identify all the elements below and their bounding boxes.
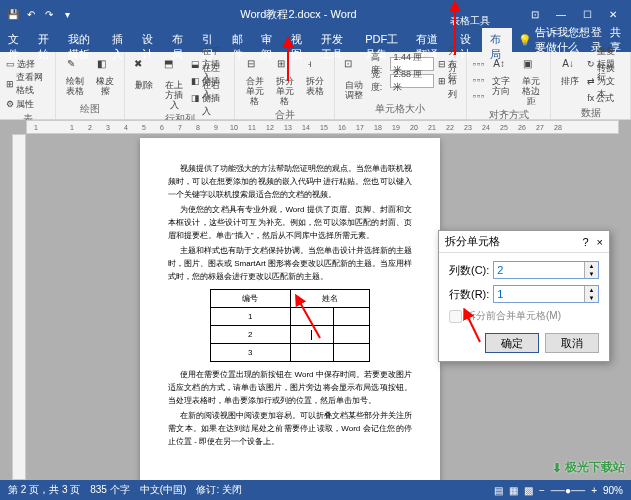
table-cell[interactable] (333, 326, 369, 344)
ribbon-options-icon[interactable]: ⊡ (523, 4, 547, 24)
align-bc[interactable]: ▫ (477, 91, 480, 101)
split-cells-button[interactable]: ⊞拆分单元格 (272, 56, 298, 108)
sort-icon: A↓ (562, 58, 578, 74)
table-header[interactable]: 姓名 (290, 290, 370, 308)
merge-cells-button[interactable]: ⊟合并单元格 (241, 56, 267, 108)
align-mr[interactable]: ▫ (481, 75, 484, 85)
tab-developer[interactable]: 开发工具 (313, 28, 357, 52)
tab-design[interactable]: 设计 (134, 28, 164, 52)
tab-table-layout[interactable]: 布局 (482, 28, 512, 52)
zoom-level[interactable]: 90% (603, 485, 623, 496)
rows-label: 行数(R): (449, 287, 489, 302)
zoom-out-icon[interactable]: − (539, 485, 545, 496)
document-page[interactable]: 视频提供了功能强大的方法帮助您证明您的观点。当您单击联机视频时，可以在想要添加的… (140, 138, 440, 480)
delete-button[interactable]: ✖删除 (131, 56, 157, 92)
convert-text-button[interactable]: ⇄ 转换为文本 (587, 73, 624, 89)
merge-before-checkbox (449, 310, 462, 323)
zoom-slider[interactable]: ──●── (551, 485, 585, 496)
dialog-close-icon[interactable]: × (597, 236, 603, 248)
document-table[interactable]: 编号姓名 1 2 3 (210, 289, 370, 362)
table-cell[interactable] (290, 308, 333, 326)
status-lang[interactable]: 中文(中国) (140, 483, 187, 497)
view-read-icon[interactable]: ▤ (494, 485, 503, 496)
columns-input[interactable] (494, 262, 584, 278)
spin-up-icon[interactable]: ▲ (585, 262, 598, 270)
align-tc[interactable]: ▫ (477, 59, 480, 69)
table-cell[interactable] (290, 344, 333, 362)
maximize-icon[interactable]: ☐ (575, 4, 599, 24)
spin-down-icon[interactable]: ▼ (585, 270, 598, 278)
align-tr[interactable]: ▫ (481, 59, 484, 69)
view-gridlines-button[interactable]: ⊞ 查看网格线 (6, 76, 49, 92)
table-cell[interactable]: 2 (211, 326, 291, 344)
rows-input[interactable] (494, 286, 584, 302)
insert-right-button[interactable]: ◨ 在右侧插入 (191, 90, 228, 106)
table-header[interactable]: 编号 (211, 290, 291, 308)
spin-up-icon[interactable]: ▲ (585, 286, 598, 294)
autofit-button[interactable]: ⊡自动调整 (341, 56, 367, 102)
horizontal-ruler[interactable]: 1123456789101112131415161718192021222324… (26, 120, 619, 134)
distribute-cols-button[interactable]: ⊞ 分布列 (438, 73, 459, 89)
paragraph[interactable]: 视频提供了功能强大的方法帮助您证明您的观点。当您单击联机视频时，可以在想要添加的… (168, 162, 412, 201)
status-track[interactable]: 修订: 关闭 (196, 483, 242, 497)
save-icon[interactable]: 💾 (6, 7, 20, 21)
paragraph[interactable]: 主题和样式也有助于文档保持协调。当您单击设计并选择新的主题时，图片、图表或 Sm… (168, 244, 412, 283)
select-button[interactable]: ▭ 选择 (6, 56, 35, 72)
vertical-ruler[interactable] (12, 134, 26, 480)
tab-layout[interactable]: 布局 (164, 28, 194, 52)
formula-button[interactable]: fx 公式 (587, 90, 624, 106)
table-cell[interactable]: 1 (211, 308, 291, 326)
status-page[interactable]: 第 2 页，共 3 页 (8, 483, 80, 497)
view-print-icon[interactable]: ▦ (509, 485, 518, 496)
draw-table-button[interactable]: ✎绘制表格 (62, 56, 88, 98)
tab-home[interactable]: 开始 (30, 28, 60, 52)
cell-margins-button[interactable]: ▣单元格边距 (518, 56, 544, 108)
tab-file[interactable]: 文件 (0, 28, 30, 52)
columns-spinner[interactable]: ▲▼ (493, 261, 599, 279)
text-dir-icon: A↕ (493, 58, 509, 74)
table-cell[interactable] (333, 344, 369, 362)
qat-more-icon[interactable]: ▾ (60, 7, 74, 21)
tab-templates[interactable]: 我的模板 (60, 28, 104, 52)
align-br[interactable]: ▫ (481, 91, 484, 101)
align-tl[interactable]: ▫ (473, 59, 476, 69)
properties-button[interactable]: ⚙ 属性 (6, 96, 34, 112)
tab-review[interactable]: 审阅 (253, 28, 283, 52)
split-icon: ⊞ (277, 58, 293, 74)
redo-icon[interactable]: ↷ (42, 7, 56, 21)
autofit-icon: ⊡ (344, 58, 364, 78)
rows-spinner[interactable]: ▲▼ (493, 285, 599, 303)
insert-above-icon: ⬒ (164, 58, 184, 78)
sort-button[interactable]: A↓排序 (557, 56, 583, 88)
undo-icon[interactable]: ↶ (24, 7, 38, 21)
view-web-icon[interactable]: ▩ (524, 485, 533, 496)
text-direction-button[interactable]: A↕文字方向 (488, 56, 514, 98)
tab-view[interactable]: 视图 (283, 28, 313, 52)
table-cell[interactable] (290, 326, 333, 344)
close-icon[interactable]: ✕ (601, 4, 625, 24)
align-bl[interactable]: ▫ (473, 91, 476, 101)
tab-pdf[interactable]: PDF工具集 (357, 28, 408, 52)
paragraph[interactable]: 在新的阅读视图中阅读更加容易。可以折叠文档某些部分并关注所需文本。如果在达到结尾… (168, 409, 412, 448)
status-words[interactable]: 835 个字 (90, 483, 129, 497)
table-cell[interactable]: 3 (211, 344, 291, 362)
paragraph[interactable]: 为使您的文档具有专业外观，Word 提供了页眉、页脚、封面和文本框设计，这些设计… (168, 203, 412, 242)
table-cell[interactable] (333, 308, 369, 326)
tab-insert[interactable]: 插入 (104, 28, 134, 52)
zoom-in-icon[interactable]: + (591, 485, 597, 496)
merge-icon: ⊟ (247, 58, 263, 74)
split-table-button[interactable]: ⫞拆分表格 (302, 56, 328, 98)
ok-button[interactable]: 确定 (485, 333, 539, 353)
eraser-button[interactable]: ◧橡皮擦 (92, 56, 118, 98)
tab-youdao[interactable]: 有道翻译 (408, 28, 452, 52)
spin-down-icon[interactable]: ▼ (585, 294, 598, 302)
align-mc[interactable]: ▫ (477, 75, 480, 85)
cancel-button[interactable]: 取消 (545, 333, 599, 353)
width-input[interactable]: 2.88 厘米 (390, 74, 434, 88)
insert-above-button[interactable]: ⬒在上方插入 (161, 56, 187, 112)
dialog-help-icon[interactable]: ? (582, 236, 588, 248)
paragraph[interactable]: 使用在需要位置出现的新按钮在 Word 中保存时间。若要更改图片适应文档的方式，… (168, 368, 412, 407)
minimize-icon[interactable]: — (549, 4, 573, 24)
tell-me[interactable]: 💡告诉我您想要做什么 (518, 28, 592, 52)
align-ml[interactable]: ▫ (473, 75, 476, 85)
